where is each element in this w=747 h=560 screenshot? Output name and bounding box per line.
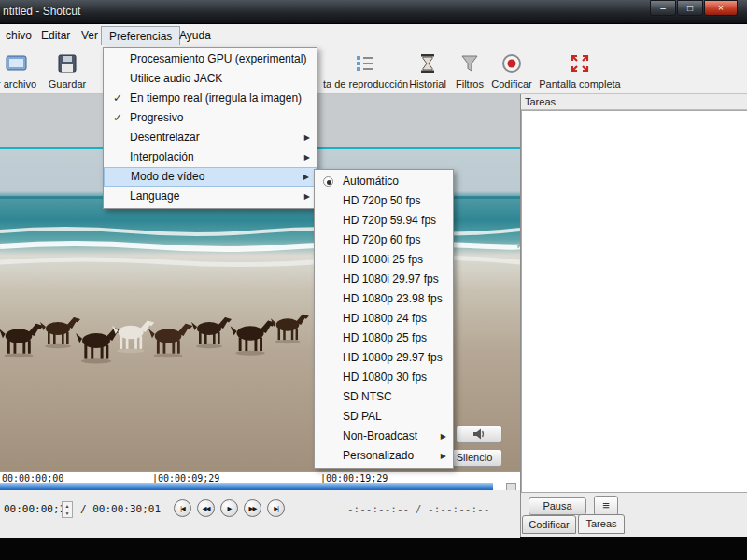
submenu-item-label: HD 1080p 25 fps bbox=[343, 331, 427, 344]
toolbar-encode-button[interactable]: Codificar bbox=[489, 50, 534, 90]
menu-item-label: Language bbox=[130, 189, 179, 203]
tasks-panel: Tareas Pausa ≡ Codificar Tareas bbox=[520, 94, 747, 537]
menu-item-language[interactable]: Language▶ bbox=[104, 187, 317, 206]
task-menu-button[interactable]: ≡ bbox=[594, 496, 618, 516]
play-button[interactable]: ▶ bbox=[220, 499, 238, 517]
preferences-dropdown-menu: Procesamiento GPU (experimental) Utilice… bbox=[103, 47, 317, 209]
submenu-item-label: HD 1080i 25 fps bbox=[343, 253, 423, 266]
submenu-item-label: SD NTSC bbox=[343, 390, 392, 403]
speaker-icon bbox=[472, 427, 486, 441]
toolbar-label: Pantalla completa bbox=[538, 78, 622, 90]
save-icon bbox=[43, 50, 92, 77]
toolbar-filters-button[interactable]: Filtros bbox=[450, 50, 489, 90]
menu-item-label: Utilice audio JACK bbox=[130, 72, 222, 85]
fast-forward-button[interactable]: ▶▶ bbox=[244, 499, 261, 517]
toolbar-label: ta de reproducción bbox=[323, 78, 407, 90]
toolbar-label: r archivo bbox=[0, 78, 41, 90]
submenu-arrow-icon: ▶ bbox=[441, 427, 446, 446]
pause-button[interactable]: Pausa bbox=[529, 497, 586, 515]
menu-editar[interactable]: Editar bbox=[34, 26, 78, 45]
submenu-arrow-icon: ▶ bbox=[304, 147, 310, 167]
selection-time-display: -:--:--:-- / -:--:--:-- bbox=[347, 503, 489, 515]
minimize-button[interactable]: – bbox=[650, 0, 676, 16]
window-controls: – □ × bbox=[650, 0, 738, 16]
timeline-tick: 00:00:00;00 bbox=[2, 473, 63, 483]
submenu-item-label: HD 1080p 30 fps bbox=[343, 371, 427, 384]
window-title: ntitled - Shotcut bbox=[3, 5, 80, 18]
submenu-item-label: HD 1080p 29.97 fps bbox=[343, 351, 443, 364]
rewind-button[interactable]: ◀◀ bbox=[197, 499, 215, 517]
submenu-item-label: HD 1080p 24 fps bbox=[343, 312, 427, 325]
submenu-item-label: SD PAL bbox=[343, 410, 382, 423]
menu-item-deinterlace[interactable]: Desentrelazar▶ bbox=[104, 128, 317, 147]
submenu-item-sd-ntsc[interactable]: SD NTSC bbox=[315, 387, 453, 407]
menu-item-interpolation[interactable]: Interpolación▶ bbox=[104, 147, 317, 167]
submenu-item-720p60[interactable]: HD 720p 60 fps bbox=[315, 231, 453, 250]
submenu-item-720p5994[interactable]: HD 720p 59.94 fps bbox=[315, 211, 453, 231]
skip-start-button[interactable]: |◀ bbox=[174, 499, 191, 517]
toolbar-open-file-button[interactable]: r archivo bbox=[0, 50, 41, 90]
history-hourglass-icon bbox=[405, 50, 450, 77]
menu-item-video-mode[interactable]: Modo de vídeo▶ bbox=[104, 167, 317, 187]
playlist-icon bbox=[323, 50, 407, 77]
transport-buttons: |◀ ◀◀ ▶ ▶▶ ▶| bbox=[174, 499, 285, 517]
toolbar-history-button[interactable]: Historial bbox=[405, 50, 450, 90]
menu-item-progressive[interactable]: ✓Progresivo bbox=[104, 108, 317, 128]
menu-item-label: Progresivo bbox=[130, 111, 183, 124]
submenu-item-1080p30[interactable]: HD 1080p 30 fps bbox=[315, 368, 453, 387]
submenu-arrow-icon: ▶ bbox=[441, 446, 446, 466]
menu-item-gpu[interactable]: Procesamiento GPU (experimental) bbox=[104, 49, 317, 69]
tasks-list-empty bbox=[521, 110, 747, 493]
skip-end-button[interactable]: ▶| bbox=[267, 499, 285, 517]
timeline-tick: |00:00:09;29 bbox=[152, 473, 219, 483]
tasks-panel-header: Tareas bbox=[521, 94, 747, 110]
time-spinner[interactable]: ▲ ▼ bbox=[62, 501, 73, 518]
spinner-up-icon[interactable]: ▲ bbox=[63, 502, 72, 510]
menu-item-label: Desentrelazar bbox=[130, 131, 200, 144]
radio-selected-icon bbox=[323, 176, 333, 187]
transport-controls-bar: 00:00:00;18 ▲ ▼ / 00:00:30;01 |◀ ◀◀ ▶ ▶▶… bbox=[0, 490, 520, 538]
close-button[interactable]: × bbox=[704, 0, 738, 16]
submenu-item-label: Automático bbox=[343, 175, 399, 188]
menu-item-realtime[interactable]: ✓En tiempo real (irregula la imagen) bbox=[104, 89, 317, 108]
shotcut-window: ntitled - Shotcut – □ × chivo Editar Ver… bbox=[0, 0, 747, 560]
submenu-item-720p50[interactable]: HD 720p 50 fps bbox=[315, 191, 453, 211]
submenu-item-automatico[interactable]: Automático bbox=[315, 172, 453, 191]
menu-item-jack[interactable]: Utilice audio JACK bbox=[104, 69, 317, 89]
tab-codificar[interactable]: Codificar bbox=[522, 515, 576, 534]
submenu-item-1080i2997[interactable]: HD 1080i 29.97 fps bbox=[315, 270, 453, 289]
timeline-tick: |00:00:19;29 bbox=[320, 473, 388, 483]
checkmark-icon: ✓ bbox=[111, 108, 124, 128]
toolbar-save-button[interactable]: Guardar bbox=[43, 50, 92, 90]
submenu-item-1080i25[interactable]: HD 1080i 25 fps bbox=[315, 250, 453, 270]
submenu-item-1080p24[interactable]: HD 1080p 24 fps bbox=[315, 309, 453, 329]
toolbar-label: Codificar bbox=[489, 78, 534, 90]
submenu-item-label: HD 720p 59.94 fps bbox=[343, 214, 436, 227]
submenu-item-label: HD 720p 50 fps bbox=[343, 194, 420, 207]
menu-item-label: Procesamiento GPU (experimental) bbox=[130, 52, 306, 65]
title-bar: ntitled - Shotcut – □ × bbox=[0, 0, 747, 24]
taskbar-black-strip bbox=[0, 538, 747, 560]
menu-ayuda[interactable]: Ayuda bbox=[172, 26, 218, 45]
maximize-button[interactable]: □ bbox=[677, 0, 703, 16]
menu-preferencias[interactable]: Preferencias bbox=[101, 26, 180, 45]
volume-button[interactable] bbox=[456, 425, 502, 443]
tab-tareas[interactable]: Tareas bbox=[578, 514, 625, 534]
submenu-item-label: HD 1080p 23.98 fps bbox=[343, 292, 443, 305]
submenu-item-label: Non-Broadcast bbox=[343, 429, 417, 442]
toolbar-playlist-button[interactable]: ta de reproducción bbox=[323, 50, 407, 90]
submenu-item-label: Personalizado bbox=[343, 449, 414, 462]
submenu-item-sd-pal[interactable]: SD PAL bbox=[315, 407, 453, 427]
mute-button[interactable]: Silencio bbox=[446, 449, 502, 467]
submenu-item-1080p2997[interactable]: HD 1080p 29.97 fps bbox=[315, 348, 453, 368]
toolbar-fullscreen-button[interactable]: Pantalla completa bbox=[538, 50, 622, 90]
submenu-item-1080p25[interactable]: HD 1080p 25 fps bbox=[315, 329, 453, 348]
submenu-item-1080p2398[interactable]: HD 1080p 23.98 fps bbox=[315, 289, 453, 309]
spinner-down-icon[interactable]: ▼ bbox=[63, 510, 72, 517]
timeline-ruler: 00:00:00;00 |00:00:09;29 |00:00:19;29 bbox=[0, 471, 520, 490]
submenu-item-non-broadcast[interactable]: Non-Broadcast▶ bbox=[315, 427, 453, 446]
toolbar-label: Guardar bbox=[43, 78, 92, 90]
duration-display: / 00:00:30;01 bbox=[80, 503, 161, 515]
submenu-item-personalizado[interactable]: Personalizado▶ bbox=[315, 446, 453, 466]
menu-bar: chivo Editar Ver Preferencias Ayuda bbox=[0, 24, 747, 47]
